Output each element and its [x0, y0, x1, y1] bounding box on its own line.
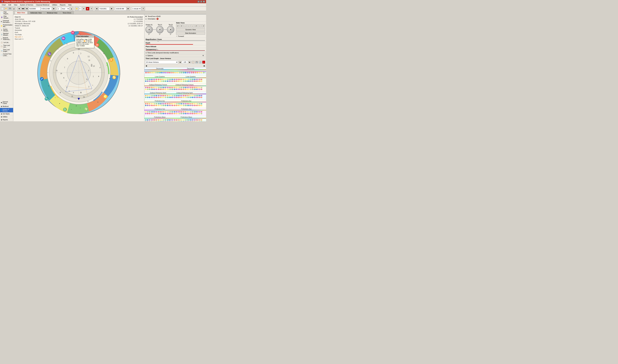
sidebar-nautical[interactable]: ⚓ Nautical Wizard... — [0, 32, 13, 37]
tab-hellenistic-view[interactable]: Hellenistic View — [28, 11, 44, 14]
prof-asc-label-right: Profections Asc — [181, 100, 191, 102]
start-animation-button[interactable]: Start Animation — [176, 32, 205, 35]
timelord-interval-input[interactable] — [182, 61, 188, 64]
toolbar-back[interactable]: ◀ — [17, 7, 21, 11]
menu-utilities[interactable]: Utilities — [51, 4, 58, 6]
menu-edit[interactable]: Edit — [7, 4, 12, 6]
toolbar-fwd[interactable]: ▶ — [52, 7, 56, 11]
sidebar-utilities[interactable]: Utilities — [0, 116, 13, 118]
svg-text:2: 2 — [88, 86, 89, 88]
timelord-nav-right[interactable]: ▶ — [188, 61, 191, 64]
depth-bar[interactable] — [146, 44, 193, 45]
menu-classical-medieval[interactable]: Classical Medieval — [35, 4, 51, 6]
date2-input[interactable] — [99, 7, 110, 10]
magnification-label: Magnification / Zoom — [146, 39, 162, 40]
toolbar-print[interactable]: 🖨 — [12, 7, 16, 11]
toolbar-open[interactable]: 📂 — [4, 7, 8, 11]
toolbar-stars[interactable]: ⭐ — [75, 7, 78, 11]
toolbar-right2[interactable]: ▶ — [110, 7, 114, 11]
time2-input[interactable] — [115, 7, 126, 10]
timelord-nav-left[interactable]: ◀ — [179, 61, 181, 64]
timelord-icon3[interactable]: 🔄 — [199, 61, 202, 64]
menu-chart[interactable]: Chart — [0, 4, 7, 6]
sv-btn-8[interactable]: ↺ — [202, 24, 205, 27]
toolbar-x2[interactable]: ✕ — [142, 7, 145, 11]
date-input[interactable] — [29, 7, 40, 10]
toolbar-new[interactable]: 📄 — [0, 7, 4, 11]
sidebar-lot-list[interactable]: 📋 Lot List... — [0, 41, 13, 44]
toolbar-back2[interactable]: ◀◀ — [21, 7, 25, 11]
sidebar-reports[interactable]: Reports — [0, 118, 13, 121]
toolbar-time2-btn[interactable]: ▶ — [127, 7, 130, 11]
menu-help[interactable]: Help — [67, 4, 73, 6]
menu-system-of-hermes[interactable]: System of Hermes — [19, 4, 34, 6]
sv-btn-1[interactable]: ↺ — [176, 24, 179, 27]
nav-count-input[interactable] — [79, 7, 82, 10]
close-button[interactable]: ✕ — [203, 0, 205, 3]
tilt-connector1 — [153, 29, 156, 30]
tab-main-view[interactable]: Main View — [15, 11, 27, 14]
rotate-x-knob[interactable] — [145, 26, 153, 33]
sv-btn-6[interactable]: ↺ — [194, 24, 198, 27]
magnification-handle[interactable] — [157, 40, 159, 41]
svg-text:♉: ♉ — [95, 43, 99, 47]
chart-area[interactable]: Chart #1 Jesse Ventura 7/15/1951, 3:00 a… — [13, 14, 144, 121]
timelord-scroll-left[interactable]: ◀ — [145, 65, 147, 67]
svg-point-70 — [55, 97, 55, 98]
menu-reports[interactable]: Reports — [59, 4, 67, 6]
tilt-z-knob[interactable] — [167, 26, 174, 33]
sidebar-time-lord-graph[interactable]: 📊 Time Lord Graph... — [0, 49, 13, 53]
tab-terra-chron[interactable]: Terra Chron — [60, 11, 74, 14]
orientation-close[interactable]: ✕ — [156, 18, 159, 20]
sidebar-opened-charts[interactable]: Opened Charts — [0, 100, 13, 105]
tab-medieval-view[interactable]: Medieval View — [44, 11, 60, 14]
point-info-line5: Decl: 9.6563 — [77, 45, 93, 47]
toolbar-interval-up[interactable]: ▲ — [70, 7, 73, 11]
sidebar-predomination[interactable]: ⭐ Predomination Wiz... — [0, 24, 13, 28]
tilt-y-knob[interactable] — [156, 26, 164, 33]
magnification-slider[interactable] — [146, 40, 205, 41]
current-time-lords-icon: 🕐 — [0, 54, 2, 56]
options-header[interactable]: ◎ Options — [144, 54, 206, 57]
time-lords-header[interactable]: ◎ Time Lords (temporal intensity modific… — [144, 52, 206, 54]
timelord-dropdown[interactable]: 10 Jesse Ventura — [145, 61, 178, 64]
toolbar-back3[interactable]: |◀ — [25, 7, 28, 11]
timelord-icon2[interactable]: 💾 — [195, 61, 198, 64]
orientation-radio[interactable]: ◎ — [145, 18, 147, 20]
toolbar-x[interactable]: ✕ — [90, 7, 93, 11]
sidebar-time-lord-list[interactable]: 📋 Time Lord List... — [0, 44, 13, 49]
sidebar-pna-wizard[interactable]: 🔮 PNA Wizard... — [0, 15, 13, 19]
sidebar-current-time-lords[interactable]: 🕐 Current Time Lords... — [0, 53, 13, 57]
sidebar-medieval[interactable]: Medieval — [0, 105, 13, 108]
sv-btn-3[interactable]: ↔ — [183, 24, 187, 27]
sv-btn-4[interactable]: ○ — [187, 24, 190, 27]
toolbar-save[interactable]: 💾 — [8, 7, 12, 11]
sidebar-gui-styles[interactable]: GUI Styles — [0, 113, 13, 116]
interval-val-input[interactable] — [57, 7, 61, 10]
terrachron-radio[interactable]: ◉ — [145, 15, 147, 17]
sv-btn-2[interactable]: ↺ — [180, 24, 183, 27]
sidebar-kurios[interactable]: ☿ Kurios Wizard... — [0, 28, 13, 32]
sidebar-aspects[interactable]: △ Aspects, Testimony... — [0, 37, 13, 41]
forward-checkmark[interactable]: ✓ — [176, 35, 177, 37]
minimize-button[interactable]: ─ — [198, 0, 200, 3]
sv-btn-5[interactable]: ↔ — [191, 24, 194, 27]
timelord-scroll-right[interactable]: ▶ — [203, 65, 206, 67]
sidebar-universal-hermetics[interactable]: ⚙ Universal Hermetics... — [0, 19, 13, 24]
maximize-button[interactable]: □ — [200, 0, 202, 3]
toolbar-stop[interactable]: ■ — [86, 7, 89, 11]
menu-view[interactable]: View — [13, 4, 19, 6]
timelord-close[interactable]: ✕ — [202, 61, 205, 64]
dynamic-view-button[interactable]: Dynamic View — [176, 28, 205, 31]
timelord-graph-area[interactable]: Decennials Decennials ♈ ♉ ♊ ♋ ♌ ♍ ♎ ♏ ♐ … — [144, 67, 206, 121]
timelord-icon1[interactable]: 📋 — [192, 61, 195, 64]
toolbar-left2[interactable]: ◀ — [95, 7, 98, 11]
transparency-slider[interactable] — [146, 50, 205, 51]
time-input[interactable] — [41, 7, 52, 10]
interval-unit-select[interactable]: hour minute day — [61, 7, 69, 10]
interval2-select[interactable]: 1 minute 1 hour — [132, 7, 141, 10]
sidebar-pna-report[interactable]: 📄 PNA Report... — [0, 11, 13, 15]
sv-btn-7[interactable]: ○ — [198, 24, 201, 27]
sidebar-system-of-hermes[interactable]: System of Hermes — [0, 108, 13, 113]
toolbar-down[interactable]: ▼ — [82, 7, 86, 11]
